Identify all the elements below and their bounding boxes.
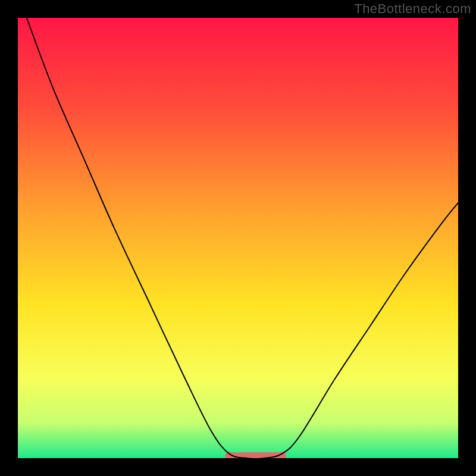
flat-zone-marker [225,452,286,458]
chart-frame: TheBottleneck.com [0,0,476,476]
watermark-text: TheBottleneck.com [354,1,471,17]
chart-svg [18,18,458,458]
chart-plot [18,18,458,458]
chart-background [18,18,458,458]
